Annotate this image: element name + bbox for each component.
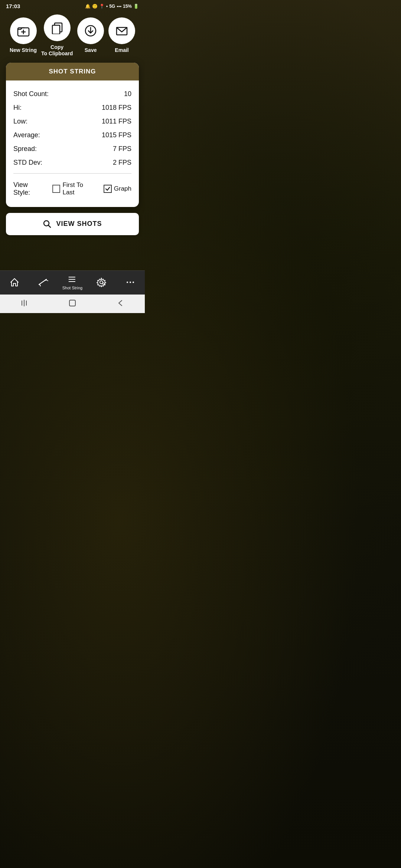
email-icon <box>115 24 128 37</box>
card-header: SHOT STRING <box>6 63 139 80</box>
status-bar: 17:03 🔔 🙂 📍 • 5G ▪▪▪ 15% 🔋 <box>0 0 145 11</box>
checkmark-icon <box>105 186 110 191</box>
status-time: 17:03 <box>6 3 20 9</box>
first-to-last-label: First To Last <box>62 181 95 196</box>
graph-group[interactable]: Graph <box>104 185 131 193</box>
download-icon <box>84 24 97 37</box>
action-bar: New String CopyTo Clipboard Save <box>0 11 145 63</box>
gear-icon <box>97 277 106 287</box>
view-shots-text: VIEW SHOTS <box>56 220 102 228</box>
email-circle <box>108 17 135 44</box>
svg-rect-28 <box>69 300 75 306</box>
stat-low-label: Low: <box>13 118 27 125</box>
rifle-icon <box>38 277 49 287</box>
new-string-button[interactable]: New String <box>10 17 37 53</box>
svg-line-9 <box>49 225 51 227</box>
copy-button[interactable]: CopyTo Clipboard <box>41 14 73 57</box>
more-icon <box>125 277 135 287</box>
battery-percent: 15% <box>123 4 132 9</box>
status-right: 🔔 🙂 📍 • 5G ▪▪▪ 15% 🔋 <box>85 4 139 9</box>
emoji-icon: 🙂 <box>92 4 98 9</box>
stat-hi-value: 1018 FPS <box>102 104 131 112</box>
stat-spread-label: Spread: <box>13 145 37 153</box>
nav-more[interactable] <box>116 277 145 287</box>
new-string-label: New String <box>10 47 37 53</box>
svg-rect-4 <box>52 25 60 34</box>
shot-string-card: SHOT STRING Shot Count: 10 Hi: 1018 FPS … <box>6 63 139 207</box>
stat-hi: Hi: 1018 FPS <box>13 101 131 115</box>
copy-label: CopyTo Clipboard <box>41 44 73 57</box>
stat-std-dev-value: 2 FPS <box>113 159 131 167</box>
stat-shot-count: Shot Count: 10 <box>13 87 131 101</box>
list-icon <box>68 274 77 284</box>
home-button[interactable] <box>68 299 76 307</box>
view-style-row: View Style: First To Last Graph <box>13 177 131 200</box>
stat-spread: Spread: 7 FPS <box>13 142 131 156</box>
stat-spread-value: 7 FPS <box>113 145 131 153</box>
stat-average-label: Average: <box>13 131 40 139</box>
stat-shot-count-value: 10 <box>124 90 131 98</box>
save-label: Save <box>85 47 97 53</box>
stat-low-value: 1011 FPS <box>102 118 131 125</box>
search-icon <box>43 220 52 228</box>
email-button[interactable]: Email <box>108 17 135 53</box>
svg-point-13 <box>45 280 46 281</box>
first-to-last-checkbox[interactable] <box>52 185 60 193</box>
view-shots-button[interactable]: VIEW SHOTS <box>6 213 139 235</box>
location-icon: 📍 <box>99 4 105 9</box>
stat-std-dev-label: STD Dev: <box>13 159 42 167</box>
svg-point-23 <box>130 282 131 283</box>
save-button[interactable]: Save <box>77 17 104 53</box>
folder-plus-icon <box>17 24 30 37</box>
svg-point-20 <box>100 281 103 284</box>
graph-label: Graph <box>114 185 131 193</box>
home-icon <box>10 277 19 287</box>
stat-average-value: 1015 FPS <box>102 131 131 139</box>
signal-5g: 5G <box>109 4 115 9</box>
stat-average: Average: 1015 FPS <box>13 128 131 142</box>
recents-button[interactable] <box>20 299 28 307</box>
view-style-label: View Style: <box>13 181 45 197</box>
bottom-nav: Shot String <box>0 270 145 295</box>
copy-circle <box>44 14 71 41</box>
nav-home[interactable] <box>0 277 29 287</box>
battery-icon: 🔋 <box>133 4 139 9</box>
notification-icon: 🔔 <box>85 4 91 9</box>
back-button[interactable] <box>117 299 125 307</box>
nav-shot-string-label: Shot String <box>62 286 82 290</box>
dot-icon: • <box>106 4 108 9</box>
signal-bars: ▪▪▪ <box>117 4 121 9</box>
svg-point-21 <box>103 283 105 285</box>
nav-shot-string[interactable]: Shot String <box>58 274 87 290</box>
stat-shot-count-label: Shot Count: <box>13 90 49 98</box>
stat-low: Low: 1011 FPS <box>13 115 131 128</box>
stat-hi-label: Hi: <box>13 104 22 112</box>
graph-checkbox[interactable] <box>104 185 112 193</box>
copy-icon <box>51 22 63 34</box>
card-title: SHOT STRING <box>49 68 96 75</box>
nav-rifle[interactable] <box>29 277 58 287</box>
stat-std-dev: STD Dev: 2 FPS <box>13 156 131 170</box>
card-body: Shot Count: 10 Hi: 1018 FPS Low: 1011 FP… <box>6 80 139 207</box>
svg-point-22 <box>127 282 128 283</box>
svg-point-24 <box>133 282 134 283</box>
nav-settings[interactable] <box>87 277 116 287</box>
card-divider <box>13 173 131 174</box>
save-circle <box>77 17 104 44</box>
svg-line-12 <box>40 285 40 286</box>
first-to-last-group[interactable]: First To Last <box>52 181 95 196</box>
new-string-circle <box>10 17 37 44</box>
email-label: Email <box>115 47 128 53</box>
system-nav <box>0 295 145 313</box>
